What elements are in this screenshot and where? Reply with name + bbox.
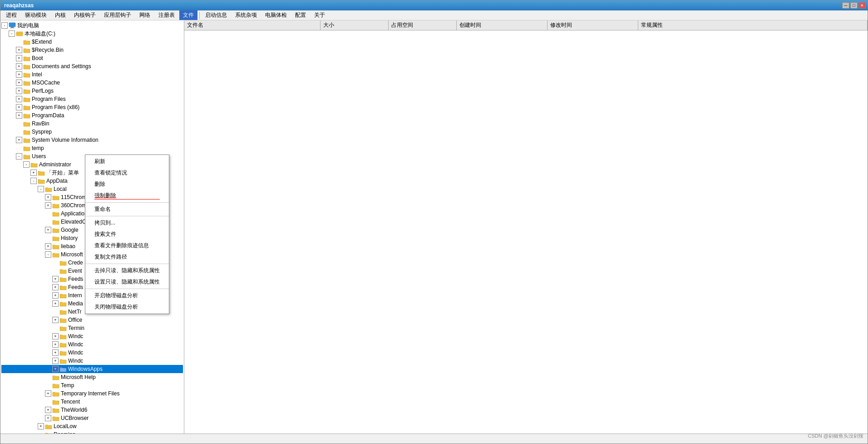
tree-item-roaming[interactable]: Roaming	[1, 430, 183, 434]
expand-windc2[interactable]: +	[52, 341, 59, 348]
expand-docs[interactable]: +	[16, 63, 22, 70]
expand-localow[interactable]: +	[38, 423, 44, 429]
expand-msocache[interactable]: +	[16, 80, 22, 86]
menu-registry[interactable]: 注册表	[155, 10, 178, 20]
tree-item-ravbin[interactable]: RavBin	[1, 120, 183, 128]
ctx-delete[interactable]: 删除	[85, 179, 169, 190]
maximize-button[interactable]: □	[850, 2, 858, 9]
tree-item-ucbrowser[interactable]: + UCBrowser	[1, 414, 183, 422]
expand-intern[interactable]: +	[52, 292, 59, 299]
expand-feeds[interactable]: +	[52, 276, 59, 282]
expand-360chrom[interactable]: +	[45, 202, 51, 209]
expand-pf86[interactable]: +	[16, 104, 22, 110]
ctx-close-disk-analysis[interactable]: 关闭物理磁盘分析	[85, 301, 169, 313]
col-header-filename[interactable]: 文件名	[184, 20, 321, 30]
tree-item-windc2[interactable]: + Windc	[1, 340, 183, 349]
expand-recycle[interactable]: +	[16, 47, 22, 53]
expand-programdata[interactable]: +	[16, 112, 22, 119]
tree-item-localow[interactable]: + LocalLow	[1, 422, 183, 430]
ctx-search-file[interactable]: 搜索文件	[85, 229, 169, 240]
menu-system-misc[interactable]: 系统杂项	[232, 10, 261, 20]
ctx-set-attrs[interactable]: 设置只读、隐藏和系统属性	[85, 276, 169, 288]
col-header-size[interactable]: 大小	[321, 20, 389, 30]
tree-item-msocache[interactable]: + MSOCache	[1, 79, 183, 87]
expand-appdata[interactable]: -	[30, 178, 37, 184]
tree-item-intel[interactable]: + Intel	[1, 70, 183, 79]
expand-google[interactable]: +	[45, 227, 51, 233]
tree-item-theworld6[interactable]: + TheWorld6	[1, 406, 183, 414]
tree-item-termin[interactable]: Termin	[1, 324, 183, 332]
tree-item-windc3[interactable]: + Windc	[1, 349, 183, 357]
tree-item-sysprep[interactable]: Sysprep	[1, 128, 183, 136]
tree-item-drive-c[interactable]: - 本地磁盘(C:)	[1, 30, 183, 38]
expand-media[interactable]: +	[52, 300, 59, 307]
ctx-copy-path[interactable]: 复制文件路径	[85, 251, 169, 263]
menu-kernel-hooks[interactable]: 内核钩子	[70, 10, 99, 20]
expand-theworld6[interactable]: +	[45, 407, 51, 413]
ctx-force-delete[interactable]: 强制删除	[85, 190, 169, 201]
tree-item-tmp[interactable]: Temp	[1, 381, 183, 389]
menu-app-hooks[interactable]: 应用层钩子	[100, 10, 135, 20]
tree-item-pf86[interactable]: + Program Files (x86)	[1, 103, 183, 111]
ctx-rename[interactable]: 重命名	[85, 204, 169, 215]
tree-item-extend[interactable]: $Extend	[1, 38, 183, 46]
tree-item-ms-help[interactable]: Microsoft Help	[1, 373, 183, 381]
menu-pc-check[interactable]: 电脑体检	[261, 10, 291, 20]
expand-local[interactable]: -	[38, 186, 44, 192]
expand-115chrom[interactable]: +	[45, 194, 51, 200]
tree-item-tencent[interactable]: Tencent	[1, 398, 183, 406]
tree-item-boot[interactable]: + Boot	[1, 54, 183, 62]
close-button[interactable]: ✕	[858, 2, 866, 9]
tree-item-pf[interactable]: + Program Files	[1, 95, 183, 103]
tree-item-windowsapps[interactable]: + WindowsApps	[1, 365, 183, 373]
menu-process[interactable]: 进程	[2, 10, 20, 20]
menu-file[interactable]: 文件	[179, 10, 197, 20]
expand-sysvolinfo[interactable]: +	[16, 137, 22, 143]
expand-temp-internet[interactable]: +	[45, 390, 51, 397]
menu-drivers[interactable]: 驱动模块	[21, 10, 50, 20]
expand-intel[interactable]: +	[16, 71, 22, 78]
expand-windc1[interactable]: +	[52, 333, 59, 339]
ctx-lock-status[interactable]: 查看锁定情况	[85, 167, 169, 179]
ctx-refresh[interactable]: 刷新	[85, 156, 169, 167]
col-header-create-time[interactable]: 创建时间	[457, 20, 547, 30]
expand-mypc[interactable]: -	[1, 22, 8, 29]
menu-startup[interactable]: 启动信息	[202, 10, 231, 20]
col-header-attributes[interactable]: 常规属性	[638, 20, 868, 30]
ctx-remove-attrs[interactable]: 去掉只读、隐藏和系统属性	[85, 265, 169, 276]
expand-perflogs[interactable]: +	[16, 88, 22, 94]
expand-feeds2[interactable]: +	[52, 284, 59, 290]
tree-item-office[interactable]: + Office	[1, 316, 183, 324]
tree-item-docs[interactable]: + Documents and Settings	[1, 62, 183, 70]
expand-admin[interactable]: -	[23, 161, 30, 168]
tree-item-perflogs[interactable]: + PerfLogs	[1, 87, 183, 95]
tree-item-mypc[interactable]: - 我的电脑	[1, 21, 183, 30]
tree-panel[interactable]: - 我的电脑 - 本地磁盘(C:)	[0, 20, 184, 434]
expand-windc4[interactable]: +	[52, 358, 59, 364]
expand-ucbrowser[interactable]: +	[45, 415, 51, 421]
right-content[interactable]	[184, 30, 868, 434]
expand-windowsapps[interactable]: +	[52, 366, 59, 372]
tree-item-temp-internet[interactable]: + Temporary Internet Files	[1, 389, 183, 398]
expand-drive-c[interactable]: -	[9, 30, 15, 37]
menu-network[interactable]: 网络	[136, 10, 154, 20]
tree-item-temp-root[interactable]: temp	[1, 144, 183, 152]
expand-users[interactable]: -	[16, 153, 22, 160]
expand-windc3[interactable]: +	[52, 349, 59, 356]
tree-item-programdata[interactable]: + ProgramData	[1, 111, 183, 120]
menu-kernel[interactable]: 内核	[51, 10, 69, 20]
col-header-modify-time[interactable]: 修改时间	[547, 20, 638, 30]
expand-office[interactable]: +	[52, 317, 59, 323]
ctx-view-delete-trace[interactable]: 查看文件删除痕迹信息	[85, 240, 169, 251]
expand-pf[interactable]: +	[16, 96, 22, 102]
tree-item-windc1[interactable]: + Windc	[1, 332, 183, 340]
minimize-button[interactable]: ─	[842, 2, 849, 9]
ctx-copy-to[interactable]: 拷贝到...	[85, 217, 169, 229]
tree-item-recycle[interactable]: + $Recycle.Bin	[1, 46, 183, 54]
expand-microsoft[interactable]: -	[45, 251, 51, 258]
ctx-open-disk-analysis[interactable]: 开启物理磁盘分析	[85, 290, 169, 301]
menu-about[interactable]: 关于	[311, 10, 329, 20]
expand-liebao[interactable]: +	[45, 243, 51, 249]
menu-config[interactable]: 配置	[291, 10, 310, 20]
tree-item-windc4[interactable]: + Windc	[1, 357, 183, 365]
